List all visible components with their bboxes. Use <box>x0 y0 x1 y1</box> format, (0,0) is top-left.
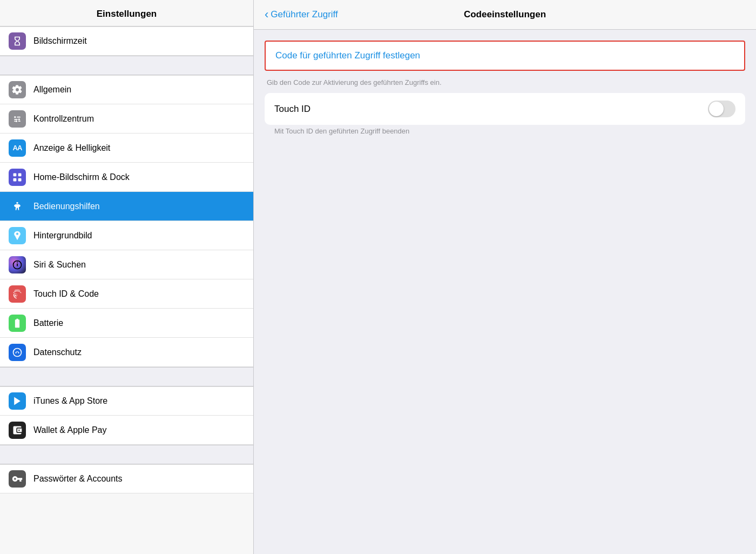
svg-point-0 <box>14 116 16 118</box>
sidebar-item-batterie[interactable]: Batterie <box>0 309 253 338</box>
wallet-icon <box>9 422 26 439</box>
sidebar-item-touchid[interactable]: Touch ID & Code <box>0 279 253 309</box>
sidebar-item-bedienungshilfen[interactable]: Bedienungshilfen <box>0 192 253 221</box>
sidebar-item-datenschutz[interactable]: Datenschutz <box>0 338 253 367</box>
hintergrundbild-icon <box>9 227 26 244</box>
set-code-link[interactable]: Code für geführten Zugriff festlegen <box>275 50 420 61</box>
sidebar-item-label: Bildschirmzeit <box>33 36 87 46</box>
main-content: ‹ Geführter Zugriff Codeeinstellungen Co… <box>254 0 756 554</box>
home-icon <box>9 169 26 186</box>
sidebar-item-wallet[interactable]: Wallet & Apple Pay <box>0 416 253 445</box>
kontrollzentrum-icon <box>9 110 26 128</box>
touch-id-toggle[interactable] <box>708 101 735 117</box>
svg-rect-5 <box>14 121 16 122</box>
sidebar-separator-1 <box>0 56 253 75</box>
sidebar-item-label: Anzeige & Helligkeit <box>33 143 110 153</box>
sidebar-title: Einstellungen <box>0 0 253 26</box>
sidebar-item-label: Hintergrundbild <box>33 231 92 241</box>
sidebar-item-label: Touch ID & Code <box>33 289 99 299</box>
svg-rect-9 <box>14 178 17 181</box>
sidebar-separator-3 <box>0 445 253 464</box>
svg-point-3 <box>18 118 20 120</box>
bedienungshilfen-icon <box>9 198 26 215</box>
svg-point-4 <box>16 120 17 122</box>
passwoerter-icon <box>9 470 26 488</box>
main-header: ‹ Geführter Zugriff Codeeinstellungen <box>254 0 756 30</box>
sidebar-item-label: Wallet & Apple Pay <box>33 425 106 435</box>
sidebar-item-label: Home-Bildschirm & Dock <box>33 172 130 182</box>
main-body: Code für geführten Zugriff festlegen Gib… <box>254 30 756 554</box>
svg-rect-10 <box>18 178 22 181</box>
sidebar: Einstellungen Bildschirmzeit Allgemein K… <box>0 0 254 554</box>
back-button[interactable]: ‹ Geführter Zugriff <box>265 8 338 22</box>
sidebar-item-label: Kontrollzentrum <box>33 114 94 124</box>
sidebar-separator-2 <box>0 367 253 386</box>
svg-point-11 <box>16 202 18 203</box>
sidebar-item-label: Datenschutz <box>33 348 82 357</box>
sidebar-item-home[interactable]: Home-Bildschirm & Dock <box>0 163 253 192</box>
sidebar-item-label: Passwörter & Accounts <box>33 474 123 484</box>
toggle-knob <box>709 102 724 116</box>
svg-rect-2 <box>14 119 18 120</box>
svg-rect-1 <box>17 116 21 117</box>
sidebar-item-itunes[interactable]: iTunes & App Store <box>0 386 253 416</box>
back-chevron-icon: ‹ <box>265 8 268 22</box>
sidebar-item-label: Allgemein <box>33 85 71 95</box>
page-title: Codeeinstellungen <box>464 9 546 20</box>
sidebar-item-anzeige[interactable]: AA Anzeige & Helligkeit <box>0 134 253 163</box>
svg-rect-7 <box>14 173 17 176</box>
touch-id-label: Touch ID <box>274 104 310 115</box>
bildschirmzeit-icon <box>9 32 26 50</box>
sidebar-item-label: Batterie <box>33 318 63 328</box>
siri-icon <box>9 256 26 273</box>
back-button-label: Geführter Zugriff <box>271 9 338 20</box>
sidebar-item-allgemein[interactable]: Allgemein <box>0 75 253 104</box>
action-description: Gib den Code zur Aktivierung des geführt… <box>265 76 745 93</box>
svg-rect-8 <box>18 173 22 176</box>
itunes-icon <box>9 392 26 410</box>
datenschutz-icon <box>9 344 26 361</box>
touchid-icon <box>9 285 26 303</box>
touch-id-row: Touch ID <box>265 93 745 125</box>
allgemein-icon <box>9 81 26 98</box>
anzeige-icon: AA <box>9 139 26 157</box>
touch-id-card: Touch ID <box>265 93 745 125</box>
sidebar-item-hintergrundbild[interactable]: Hintergrundbild <box>0 221 253 250</box>
svg-rect-6 <box>18 121 21 122</box>
action-row-highlighted[interactable]: Code für geführten Zugriff festlegen <box>265 41 745 71</box>
sidebar-item-label: iTunes & App Store <box>33 396 107 406</box>
sidebar-item-siri[interactable]: Siri & Suchen <box>0 250 253 279</box>
sidebar-item-bildschirmzeit[interactable]: Bildschirmzeit <box>0 26 253 56</box>
sidebar-item-label: Siri & Suchen <box>33 260 86 270</box>
sidebar-item-label: Bedienungshilfen <box>33 202 100 211</box>
sidebar-item-kontrollzentrum[interactable]: Kontrollzentrum <box>0 104 253 134</box>
touch-id-description: Mit Touch ID den geführten Zugriff beend… <box>265 127 745 142</box>
sidebar-item-passwoerter[interactable]: Passwörter & Accounts <box>0 464 253 493</box>
batterie-icon <box>9 315 26 332</box>
